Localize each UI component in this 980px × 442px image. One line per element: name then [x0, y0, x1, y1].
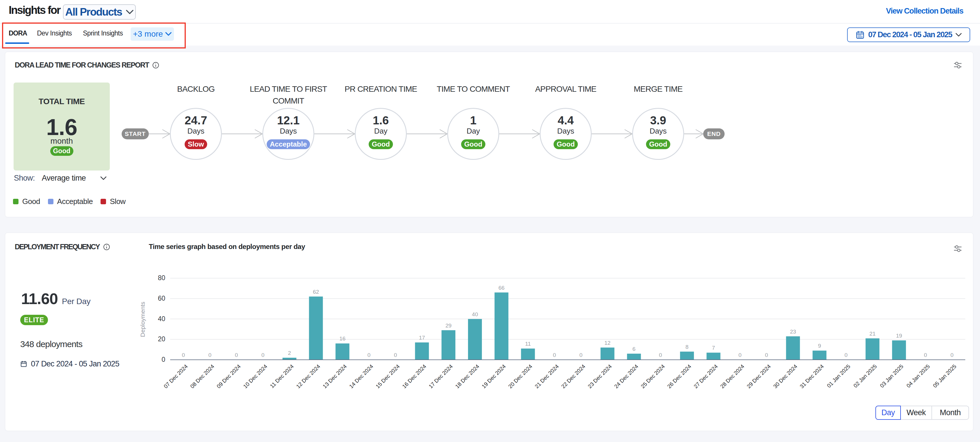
svg-text:0: 0 — [394, 352, 397, 358]
svg-text:2: 2 — [288, 350, 291, 356]
svg-text:Deployments: Deployments — [139, 302, 146, 337]
svg-text:0: 0 — [208, 352, 212, 358]
svg-text:40: 40 — [158, 315, 165, 323]
svg-text:09 Dec 2024: 09 Dec 2024 — [216, 363, 242, 390]
svg-text:40: 40 — [472, 311, 478, 317]
svg-text:0: 0 — [845, 352, 848, 358]
svg-text:6: 6 — [632, 346, 636, 352]
svg-text:62: 62 — [313, 289, 319, 295]
svg-text:60: 60 — [158, 295, 165, 302]
svg-text:03 Jan 2025: 03 Jan 2025 — [879, 363, 905, 389]
svg-text:0: 0 — [738, 352, 741, 358]
svg-text:11: 11 — [525, 341, 531, 347]
svg-text:12: 12 — [605, 340, 611, 346]
svg-text:25 Dec 2024: 25 Dec 2024 — [640, 363, 666, 390]
svg-text:14 Dec 2024: 14 Dec 2024 — [348, 363, 374, 390]
svg-text:0: 0 — [182, 352, 185, 358]
svg-text:0: 0 — [235, 352, 238, 358]
svg-text:05 Jan 2025: 05 Jan 2025 — [932, 363, 958, 389]
svg-text:0: 0 — [659, 352, 662, 358]
svg-text:7: 7 — [712, 345, 715, 351]
svg-text:19 Dec 2024: 19 Dec 2024 — [480, 363, 507, 390]
svg-text:07 Dec 2024: 07 Dec 2024 — [163, 363, 189, 390]
svg-text:0: 0 — [368, 352, 371, 358]
svg-text:08 Dec 2024: 08 Dec 2024 — [189, 363, 215, 390]
svg-text:23 Dec 2024: 23 Dec 2024 — [587, 363, 613, 390]
svg-text:8: 8 — [686, 344, 689, 350]
svg-text:20 Dec 2024: 20 Dec 2024 — [507, 363, 533, 390]
svg-text:0: 0 — [261, 352, 265, 358]
svg-text:0: 0 — [553, 352, 556, 358]
svg-text:31 Dec 2024: 31 Dec 2024 — [799, 363, 825, 390]
svg-text:20: 20 — [158, 335, 165, 343]
svg-text:22 Dec 2024: 22 Dec 2024 — [560, 363, 587, 390]
svg-text:80: 80 — [158, 274, 165, 282]
svg-text:29 Dec 2024: 29 Dec 2024 — [746, 363, 772, 390]
svg-text:21: 21 — [869, 331, 875, 337]
svg-text:24 Dec 2024: 24 Dec 2024 — [613, 363, 640, 390]
svg-text:9: 9 — [818, 343, 821, 349]
svg-text:21 Dec 2024: 21 Dec 2024 — [534, 363, 560, 390]
svg-text:01 Jan 2025: 01 Jan 2025 — [826, 363, 851, 389]
svg-text:19: 19 — [896, 333, 902, 339]
svg-text:0: 0 — [579, 352, 583, 358]
svg-text:0: 0 — [924, 352, 927, 358]
svg-text:26 Dec 2024: 26 Dec 2024 — [666, 363, 692, 390]
svg-text:0: 0 — [765, 352, 768, 358]
svg-text:28 Dec 2024: 28 Dec 2024 — [719, 363, 745, 390]
svg-text:0: 0 — [951, 352, 954, 358]
svg-text:16: 16 — [339, 336, 345, 342]
svg-text:02 Jan 2025: 02 Jan 2025 — [852, 363, 878, 389]
svg-text:17: 17 — [419, 335, 425, 341]
svg-text:23: 23 — [790, 329, 796, 335]
svg-text:27 Dec 2024: 27 Dec 2024 — [692, 363, 719, 390]
svg-text:16 Dec 2024: 16 Dec 2024 — [401, 363, 427, 390]
svg-text:15 Dec 2024: 15 Dec 2024 — [374, 363, 401, 390]
svg-text:04 Jan 2025: 04 Jan 2025 — [905, 363, 931, 389]
svg-text:30 Dec 2024: 30 Dec 2024 — [772, 363, 798, 390]
svg-text:10 Dec 2024: 10 Dec 2024 — [242, 363, 269, 390]
svg-text:0: 0 — [162, 356, 165, 363]
svg-text:66: 66 — [498, 285, 504, 291]
svg-text:29: 29 — [445, 323, 452, 329]
svg-text:11 Dec 2024: 11 Dec 2024 — [269, 363, 295, 389]
svg-text:13 Dec 2024: 13 Dec 2024 — [321, 363, 348, 390]
svg-text:12 Dec 2024: 12 Dec 2024 — [295, 363, 321, 390]
svg-text:18 Dec 2024: 18 Dec 2024 — [454, 363, 480, 390]
svg-text:17 Dec 2024: 17 Dec 2024 — [428, 363, 454, 390]
